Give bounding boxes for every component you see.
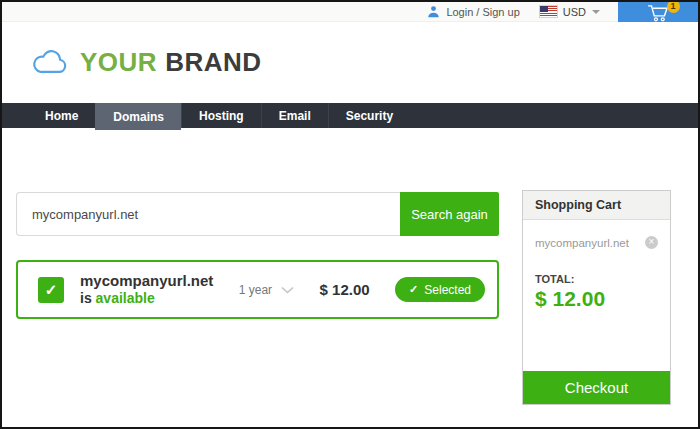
chevron-down-icon [592, 10, 600, 14]
result-status: is available [80, 290, 219, 307]
status-prefix: is [80, 290, 92, 306]
cart-body: mycompanyurl.net × TOTAL: $ 12.00 [523, 220, 670, 371]
topbar: Login / Sign up USD 1 [2, 2, 698, 22]
nav-item-domains[interactable]: Domains [95, 103, 181, 130]
result-domain-name: mycompanyurl.net [80, 272, 219, 290]
selected-button[interactable]: ✓ Selected [395, 277, 485, 302]
selected-label: Selected [424, 283, 471, 297]
brand-name: YOURBRAND [80, 47, 262, 78]
main-nav: Home Domains Hosting Email Security [2, 103, 698, 128]
cart-total-value: $ 12.00 [535, 287, 658, 311]
nav-item-hosting[interactable]: Hosting [181, 103, 261, 128]
cart-total-label: TOTAL: [535, 273, 658, 285]
domain-price: $ 12.00 [320, 281, 396, 298]
domain-info: mycompanyurl.net is available [80, 272, 219, 307]
nav-item-email[interactable]: Email [261, 103, 328, 128]
currency-selector[interactable]: USD [540, 6, 600, 18]
remove-item-button[interactable]: × [645, 236, 658, 249]
cart-icon-wrap: 1 [646, 4, 671, 22]
chevron-down-icon [281, 286, 294, 294]
domain-search-bar: Search again [16, 192, 499, 236]
term-dropdown[interactable]: 1 year [239, 283, 320, 297]
search-again-button[interactable]: Search again [400, 192, 499, 236]
status-word: available [96, 290, 155, 306]
cart-item-name: mycompanyurl.net [535, 237, 629, 249]
check-icon: ✓ [409, 283, 418, 296]
checkout-button[interactable]: Checkout [523, 371, 670, 404]
cart-item-row: mycompanyurl.net × [535, 236, 658, 249]
login-signup-link[interactable]: Login / Sign up [427, 5, 519, 18]
brand-word-2: BRAND [165, 47, 261, 77]
cart-count-badge: 1 [667, 0, 680, 13]
domain-checkbox[interactable]: ✓ [38, 277, 64, 303]
user-icon [427, 5, 440, 18]
logo-bar: YOURBRAND [2, 22, 698, 103]
shopping-cart-panel: Shopping Cart mycompanyurl.net × TOTAL: … [522, 190, 671, 405]
nav-item-security[interactable]: Security [328, 103, 410, 128]
brand-word-1: YOUR [80, 47, 157, 77]
currency-label: USD [563, 6, 586, 18]
content-area: Search again ✓ mycompanyurl.net is avail… [2, 128, 698, 427]
login-signup-label: Login / Sign up [446, 6, 519, 18]
check-icon: ✓ [45, 281, 58, 299]
domain-result-card: ✓ mycompanyurl.net is available 1 year $… [16, 260, 499, 319]
cart-button[interactable]: 1 [618, 2, 698, 22]
page: Login / Sign up USD 1 YOURBRAND [0, 0, 700, 429]
term-value: 1 year [239, 283, 272, 297]
domain-search-input[interactable] [16, 192, 400, 236]
cloud-icon [30, 49, 70, 76]
us-flag-icon [540, 6, 557, 17]
nav-item-home[interactable]: Home [28, 103, 95, 128]
cart-title: Shopping Cart [523, 191, 670, 220]
brand-logo[interactable]: YOURBRAND [30, 47, 262, 78]
